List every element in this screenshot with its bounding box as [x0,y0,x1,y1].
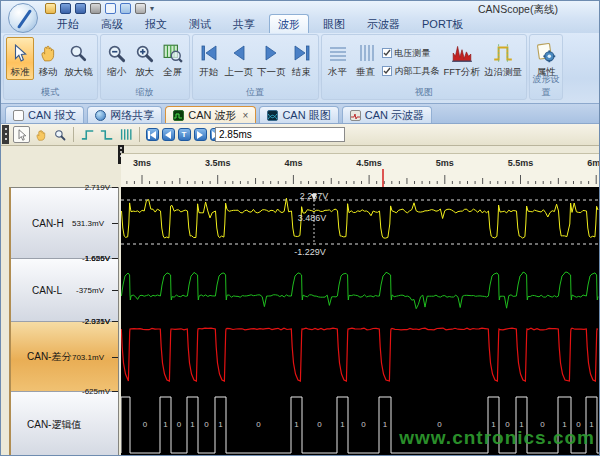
scale-top-value: 1.625V [85,254,110,263]
right-arrow-icon [197,131,203,139]
standard-mode-button[interactable]: 标准 [6,37,34,80]
tile-windows-icon[interactable] [105,3,116,14]
channel-panel: CAN-H 2.719V 531.3mV -1.656V CAN-L 1.625… [9,187,119,456]
next-page-button[interactable]: 下一页 [255,37,288,80]
channel-name: CAN-逻辑值 [27,418,81,432]
time-position-input[interactable] [215,127,345,142]
prev-page-button[interactable]: 上一页 [223,37,256,80]
magnifier-icon [66,40,90,66]
window-icon[interactable] [120,3,131,14]
waveform-plot[interactable]: 01010101010101010101 2.257V 3.486V -1.22… [121,187,600,456]
zoom-in-button[interactable]: 放大 [131,37,159,80]
vertical-button[interactable]: 垂直 [352,37,380,80]
cursor-arrow-icon [16,129,28,141]
time-tick-label: 6ms [587,158,600,168]
full-screen-button[interactable]: 全屏 [159,37,187,80]
time-tick-label: 5ms [436,158,454,168]
horizontal-lines-icon [326,40,350,66]
rising-edge-button[interactable] [79,126,96,143]
voltage-measure-checkbox[interactable]: 电压测量 [382,47,440,60]
message-doc-icon [13,110,24,121]
nav-prev-button[interactable] [162,128,175,141]
logic-bit-label: 1 [163,420,168,429]
toolbar-cursor-button[interactable] [13,126,30,143]
falling-edge-button[interactable] [98,126,115,143]
globe-icon [95,110,106,121]
bit-grid-button[interactable] [117,126,134,143]
logic-bit-label: 0 [256,420,261,429]
channel-row-can-l[interactable]: CAN-L 1.625V -375mV -2.375V [11,259,118,322]
scale-top-value: 2.031V [85,317,110,326]
title-bar: ▾ CANScope(离线) 开始 高级 报文 测试 共享 波形 眼图 示波器 … [1,1,599,33]
zoom-out-button[interactable]: 缩小 [103,37,131,80]
can-diff-trace [121,328,598,381]
internal-toolbar-label: 内部工具条 [395,65,440,78]
magnifier-mode-button[interactable]: 放大镜 [62,37,95,80]
logic-bit-label: 1 [383,420,388,429]
group-label-position: 位置 [193,86,318,99]
ribbon-tab-strip: 开始 高级 报文 测试 共享 波形 眼图 示波器 PORT板 [49,16,471,33]
fft-analysis-button[interactable]: FFT分析 [442,37,482,80]
close-tab-icon[interactable]: × [241,110,249,121]
go-end-button[interactable]: 结束 [288,37,316,80]
ribbon-tab-waveform[interactable]: 波形 [269,14,309,33]
vertical-lines-icon [354,40,378,66]
channel-row-can-h[interactable]: CAN-H 2.719V 531.3mV -1.656V [11,188,118,259]
doc-tab-can-messages[interactable]: CAN 报文 [5,106,84,123]
open-file-icon[interactable] [45,3,56,14]
ribbon-tab-oscilloscope[interactable]: 示波器 [359,15,408,33]
vertical-bars-icon [119,128,133,141]
go-start-button[interactable]: 开始 [195,37,223,80]
logic-bit-label: 1 [190,420,195,429]
nav-next-button[interactable] [194,128,207,141]
falling-edge-icon [100,128,114,141]
measure-delta-label: 3.486V [277,213,347,223]
checkbox-checked-icon [382,66,392,76]
ribbon-tab-share[interactable]: 共享 [225,15,263,33]
doc-tab-can-waveform[interactable]: CAN 波形 × [165,106,256,123]
toolbar-zoom-button[interactable] [51,126,68,143]
doc-tab-can-eye[interactable]: CAN 眼图 [259,106,338,123]
ribbon-tab-advanced[interactable]: 高级 [93,15,131,33]
nav-first-button[interactable] [146,128,159,141]
fft-spectrum-icon [450,40,474,66]
nav-trigger-button[interactable]: T [178,128,191,141]
toolbar-grip[interactable] [2,125,9,144]
logic-bit-label: 0 [361,420,366,429]
waveform-icon [173,110,184,121]
watermark: www.cntronics.com [399,427,595,449]
channel-row-can-logic[interactable]: CAN-逻辑值 [11,392,118,456]
internal-toolbar-checkbox[interactable]: 内部工具条 [382,65,440,78]
pin-icon[interactable] [90,3,101,14]
time-ruler[interactable]: 3ms3.5ms4ms4.5ms5ms5.5ms6ms [121,153,600,187]
logic-bit-label: 0 [317,420,322,429]
time-tick-label: 4.5ms [356,158,382,168]
logic-bit-label: 0 [177,420,182,429]
logic-bit-label: 1 [218,420,223,429]
ribbon-tab-eye[interactable]: 眼图 [315,15,353,33]
scale-mid-value: 531.3mV [72,219,104,228]
move-mode-button[interactable]: 移动 [34,37,62,80]
horizontal-button[interactable]: 水平 [324,37,352,80]
save-as-icon[interactable] [75,3,86,14]
doc-tab-network-share[interactable]: 网络共享 [87,106,162,123]
edge-measure-button[interactable]: 边沿测量 [482,37,524,80]
snapshot-icon[interactable] [135,3,146,14]
quick-access-dropdown-icon[interactable]: ▾ [150,4,154,13]
ribbon-group-mode: 标准 移动 放大镜 模式 [3,34,98,100]
ribbon-tab-messages[interactable]: 报文 [137,15,175,33]
group-label-zoom: 缩放 [101,86,189,99]
zoom-out-icon [105,40,129,66]
ribbon-group-position: 开始 上一页 下一页 结束 位置 [192,34,319,100]
ribbon-group-zoom: 缩小 放大 全屏 缩放 [100,34,190,100]
application-menu-button[interactable] [8,3,38,33]
app-logo-icon [17,9,32,29]
channel-row-can-diff[interactable]: CAN-差分 2.031V 703.1mV -625mV [11,322,118,392]
ribbon-tab-port[interactable]: PORT板 [414,15,471,33]
save-icon[interactable] [60,3,71,14]
ribbon-tab-start[interactable]: 开始 [49,15,87,33]
ribbon-tab-test[interactable]: 测试 [181,15,219,33]
toolbar-pan-button[interactable] [32,126,49,143]
logic-bit-label: 0 [143,420,148,429]
doc-tab-can-oscilloscope[interactable]: CAN 示波器 [342,106,432,123]
